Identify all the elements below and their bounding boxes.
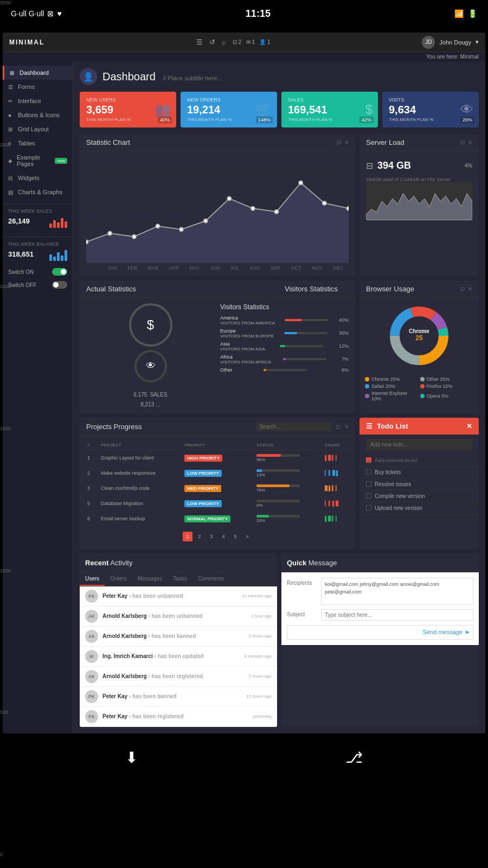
browser-close-btn[interactable]: ✕ <box>468 286 472 292</box>
page-btn-2[interactable]: 2 <box>195 532 204 541</box>
recent-title: Recent Activity <box>85 559 132 567</box>
priority-badge-high: HIGH PRIORITY <box>184 455 222 462</box>
progress-fill <box>256 469 262 472</box>
browser-title: Browser Usage <box>366 285 414 293</box>
qm-title-span: Message <box>309 559 337 567</box>
progress-pct: 13% <box>256 473 265 477</box>
projects-expand-btn[interactable]: ⊡ <box>336 424 340 430</box>
todo-check-3[interactable] <box>366 493 371 499</box>
sidebar-item-forms[interactable]: ☰ Forms <box>3 80 73 94</box>
sidebar-item-buttons[interactable]: ● Buttons & Icons <box>3 108 73 122</box>
progress-bg <box>256 484 300 487</box>
visitor-row-africa: Africa VISITORS FROM AFRICA 7% <box>220 354 349 365</box>
stat-card-visits: 👁 VISITS 9,634 THIS MONTH PLAN % 20% <box>382 92 479 127</box>
dropdown-icon[interactable]: ▾ <box>476 39 479 46</box>
page-btn-4[interactable]: 4 <box>219 532 228 541</box>
quick-message-panel: Quick Message Recipients koi@gmail.com j… <box>281 553 479 727</box>
charts-row: Statistic Chart ⊡ ✕ 3000 2500 2000 <box>80 134 479 276</box>
sidebar-item-widgets[interactable]: ⊟ Widgets <box>3 171 73 185</box>
menu-icon[interactable]: ☰ <box>196 38 203 46</box>
app-container: MINIMAL ☰ ↺ ⌕ ⊡ 2 ✉ 1 👤 1 JD John Dougy … <box>3 33 485 733</box>
activity-action-6: › has been registered <box>129 713 184 719</box>
todo-check-2[interactable] <box>366 481 371 487</box>
server-detail: 394GB used of 2,049GB on File Server <box>366 177 472 182</box>
projects-search[interactable] <box>256 422 331 431</box>
search-icon[interactable]: ⌕ <box>222 38 226 46</box>
qm-subject-input[interactable] <box>321 609 473 621</box>
page-btn-1[interactable]: 1 <box>183 532 192 541</box>
row-chart: ▎▍▌▊ <box>322 497 351 511</box>
page-btn-next[interactable]: » <box>242 532 252 541</box>
refresh-icon[interactable]: ↺ <box>209 38 215 46</box>
sidebar-item-grid[interactable]: ⊞ Grid Layout <box>3 122 73 136</box>
sidebar-item-tables[interactable]: ≡ Tables <box>3 136 73 150</box>
legend-firefox: Firefox 15% <box>420 384 474 389</box>
sidebar-label-charts: Charts & Graphs <box>18 189 62 195</box>
tab-comments[interactable]: Comments <box>192 572 229 586</box>
page-btn-5[interactable]: 5 <box>230 532 240 541</box>
activity-time-3: 8 minutes ago <box>245 654 272 659</box>
server-close-btn[interactable]: ✕ <box>468 139 472 145</box>
sidebar-label-tables: Tables <box>18 140 35 146</box>
qm-send-btn[interactable]: Send message ➤ <box>287 625 473 640</box>
tab-tasks[interactable]: Tasks <box>168 572 192 586</box>
todo-input[interactable] <box>366 439 472 450</box>
row-status: 76% <box>253 482 320 496</box>
row-status: 0% <box>253 497 320 511</box>
activity-action-0: › has been unbanned <box>129 593 183 599</box>
row-status: 56% <box>253 451 320 465</box>
table-pagination: 1 2 3 4 5 » <box>83 527 352 546</box>
todo-close-btn[interactable]: ✕ <box>466 422 472 430</box>
sidebar-label-interface: Interface <box>18 98 41 104</box>
projects-table-area: # PROJECT PRIORITY STATUS CHART 1 <box>80 436 355 549</box>
chart-close-btn[interactable]: ✕ <box>344 139 349 145</box>
sidebar-item-examples[interactable]: ◈ Example Pages new <box>3 150 73 171</box>
visitors-stat-number: 8,213 ... <box>140 399 160 408</box>
toggle-off[interactable] <box>52 281 67 289</box>
sidebar-label-dashboard: Dashboard <box>20 69 49 76</box>
row-priority: LOW PRIORITY <box>181 497 252 511</box>
visitors-breakdown: Visitors Statistics America VISITORS FRO… <box>220 303 349 408</box>
row-project: Clean css/html/js code <box>98 482 180 496</box>
tab-messages[interactable]: Messages <box>132 572 168 586</box>
row-id: 3 <box>84 482 97 496</box>
browser-legend: Chrome 25% Other 25% Safari 20% Fir <box>359 374 479 404</box>
todo-check-4[interactable] <box>366 505 371 510</box>
server-chart <box>366 182 472 220</box>
activity-name-0: Peter Kay <box>102 593 129 599</box>
user-info: JD John Dougy ▾ <box>422 36 479 49</box>
bar2 <box>53 220 56 228</box>
sidebar-item-charts[interactable]: ▤ Charts & Graphs <box>3 185 73 199</box>
tab-users[interactable]: Users <box>80 572 105 586</box>
tab-orders[interactable]: Orders <box>105 572 132 586</box>
share-icon[interactable]: ⎇ <box>345 749 363 767</box>
notification-icons: ⊡ 2 ✉ 1 👤 1 <box>233 39 271 45</box>
toggle-on[interactable] <box>52 268 67 276</box>
activity-avatar-3: IK <box>85 650 98 663</box>
activity-action-4: › has been registered <box>148 673 203 679</box>
activity-time-4: 2 hours ago <box>249 674 272 679</box>
chart-expand-btn[interactable]: ⊡ <box>337 139 341 145</box>
progress-fill <box>256 515 269 518</box>
browser-expand-btn[interactable]: ⊡ <box>460 286 465 292</box>
stat-card-users: 👥 NEW USERS 3,659 THIS MONTH PLAN % 40% <box>80 92 176 127</box>
page-btn-3[interactable]: 3 <box>207 532 216 541</box>
users-label: NEW USERS <box>86 97 170 103</box>
projects-table: # PROJECT PRIORITY STATUS CHART 1 <box>83 439 352 527</box>
sidebar-item-dashboard[interactable]: ⊞ Dashboard <box>3 66 73 80</box>
svg-point-12 <box>204 219 208 223</box>
clock: 11:15 <box>246 8 271 20</box>
sidebar-item-interface[interactable]: ✏ Interface <box>3 94 73 108</box>
activity-text-4: Arnold Karlsberg › has been registered <box>102 673 245 679</box>
download-icon[interactable]: ⬇ <box>125 749 138 767</box>
server-info-row: ⊟ 394 GB 4% <box>366 157 472 175</box>
todo-check-1[interactable] <box>366 469 371 475</box>
recent-header: Recent Activity <box>80 553 277 572</box>
todo-check-0[interactable]: ✓ <box>366 457 371 463</box>
recipient-2: annie@gmail.com <box>400 580 439 588</box>
switch-off-row: Switch OFF <box>3 278 73 291</box>
priority-badge-normal: NORMAL PRIORITY <box>184 515 230 522</box>
projects-close-btn[interactable]: ✕ <box>344 424 349 430</box>
server-expand-btn[interactable]: ⊡ <box>460 139 465 145</box>
qm-recipients-field[interactable]: koi@gmail.com johny@gmail.com annie@gmai… <box>321 578 473 605</box>
